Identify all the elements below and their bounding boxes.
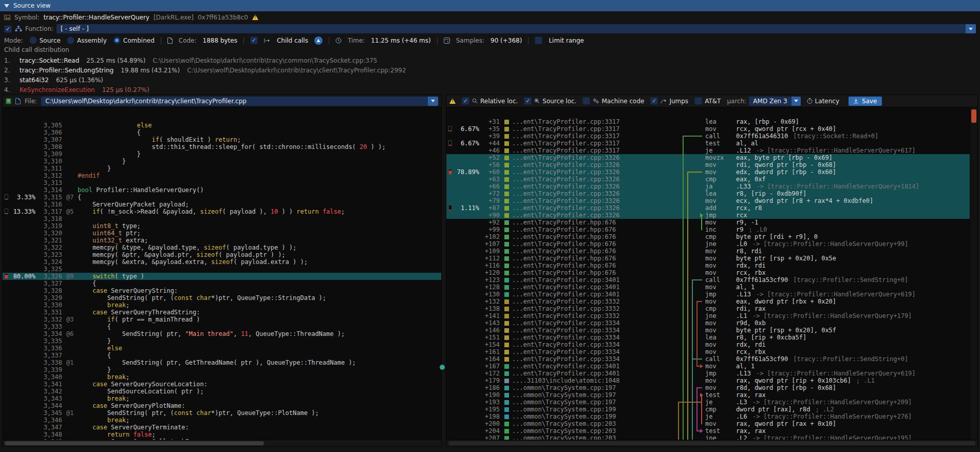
jump-arrow[interactable]: [696, 301, 698, 366]
asm-row[interactable]: +99...ent\TracyProfiler.hpp:676incr9; .L…: [446, 226, 970, 233]
source-line[interactable]: 3,347 case ServerQueryTerminate:: [3, 424, 441, 431]
source-line[interactable]: 3,307 if( shouldExit ) return;: [3, 136, 441, 143]
asm-row[interactable]: +190...ommon\TracySystem.cpp:197testrax,…: [446, 391, 970, 399]
asm-row[interactable]: +130...ent\TracyProfiler.cpp:3401jmp.L13…: [446, 291, 970, 298]
asm-row[interactable]: +138...ent\TracyProfiler.cpp:3332cmprdi,…: [446, 305, 970, 312]
source-line[interactable]: 3,319 uint8_t type;: [3, 222, 441, 230]
source-line[interactable]: 3,348 return false;: [3, 431, 441, 438]
relative-loc-toggle[interactable]: ✓ Relative loc.: [462, 97, 518, 105]
asm-row[interactable]: +193...ommon\TracySystem.cpp:197je.L3-> …: [446, 399, 970, 406]
source-line[interactable]: 3,314bool Profiler::HandleServerQuery(): [3, 186, 441, 194]
source-line[interactable]: 3,330 break;: [3, 302, 441, 309]
asm-row[interactable]: +112...ent\TracyProfiler.hpp:676movbyte …: [446, 255, 970, 262]
asm-row[interactable]: +195...ommon\TracySystem.cpp:199cmpdword…: [446, 406, 970, 413]
source-line[interactable]: 3,332@3 if( ptr == m_mainThread ): [3, 316, 441, 323]
assembly-vscrollbar-thumb[interactable]: [971, 109, 976, 123]
source-line[interactable]: 3,305 else: [3, 122, 441, 129]
source-line[interactable]: 3,324 memcpy( &extra, &payload.extra, si…: [3, 258, 441, 266]
asm-row[interactable]: 78.89%+60...ent\TracyProfiler.cpp:3326mo…: [446, 168, 970, 176]
source-line[interactable]: 3,331 case ServerQueryThreadString:: [3, 309, 441, 316]
asm-row[interactable]: +92...ent\TracyProfiler.hpp:676movr9, -1: [446, 219, 970, 226]
asm-row[interactable]: +66...ent\TracyProfiler.cpp:3326ja.L33->…: [446, 183, 970, 190]
asm-row[interactable]: +52...ent\TracyProfiler.cpp:3326movzxeax…: [446, 154, 970, 161]
asm-row[interactable]: 6.67%+35...ent\TracyProfiler.cpp:3317mov…: [446, 125, 970, 133]
source-line[interactable]: 3.33%3,315@7{: [3, 194, 441, 201]
asm-row[interactable]: +167...ent\TracyProfiler.cpp:3401moval, …: [446, 363, 970, 370]
source-line[interactable]: 3,312#endif: [3, 172, 441, 179]
source-hscrollbar-thumb[interactable]: [5, 441, 264, 445]
chevron-down-icon[interactable]: [791, 97, 801, 106]
source-line[interactable]: 3,311 }: [3, 165, 441, 172]
source-line[interactable]: 3,346 break;: [3, 417, 441, 424]
asm-row[interactable]: +107...ent\TracyProfiler.hpp:676jne.L0->…: [446, 240, 970, 248]
asm-row[interactable]: +132...ent\TracyProfiler.cpp:3332moveax,…: [446, 298, 970, 305]
source-line[interactable]: 3,316 ServerQueryPacket payload;: [3, 201, 441, 208]
asm-row[interactable]: +186...ommon\TracySystem.cpp:197movr8d, …: [446, 384, 970, 391]
mode-option-assembly[interactable]: Assembly: [67, 36, 107, 44]
mode-option-combined[interactable]: Combined: [113, 36, 155, 44]
source-line[interactable]: 3,310 }: [3, 158, 441, 165]
asm-row[interactable]: +164...ent\TracyProfiler.cpp:3334call0x7…: [446, 355, 970, 363]
source-line[interactable]: 3,334@6 SendString( ptr, "Main thread", …: [3, 330, 441, 337]
asm-row[interactable]: +200...ommon\TracySystem.cpp:203movrax, …: [446, 420, 970, 427]
source-line[interactable]: 3,337 {: [3, 352, 441, 359]
source-loc-toggle[interactable]: ✓ Source loc.: [524, 97, 576, 105]
source-line[interactable]: 3,335 }: [3, 337, 441, 345]
function-checkbox[interactable]: ✓: [4, 25, 12, 33]
source-line[interactable]: 3,336 else: [3, 345, 441, 352]
source-line[interactable]: 3,339 }: [3, 366, 441, 373]
source-line[interactable]: 3,329 SendString( ptr, (const char*)ptr,…: [3, 294, 441, 302]
save-button[interactable]: Save: [849, 97, 881, 106]
asm-row[interactable]: +39...ent\TracyProfiler.cpp:3317call0x7f…: [446, 133, 970, 140]
asm-row[interactable]: +143...ent\TracyProfiler.cpp:3334movr9d,…: [446, 319, 970, 327]
child-call-item[interactable]: 3.stat64i32625 μs (1.36%): [4, 75, 976, 85]
jump-arrow[interactable]: [692, 279, 693, 440]
asm-row[interactable]: +161...ent\TracyProfiler.cpp:3334movrcx,…: [446, 348, 970, 355]
source-line[interactable]: 3,325: [3, 266, 441, 273]
asm-row[interactable]: +146...ent\TracyProfiler.cpp:3334movbyte…: [446, 327, 970, 334]
source-line[interactable]: 3,318: [3, 215, 441, 222]
assembly-hscrollbar[interactable]: [446, 440, 977, 446]
assembly-vscrollbar[interactable]: [970, 107, 977, 440]
child-call-item[interactable]: 1.tracy::Socket::Read25.25 ms (54.89%)C:…: [4, 55, 976, 65]
asm-row[interactable]: +56...ent\TracyProfiler.cpp:3326movrdi, …: [446, 161, 970, 168]
jump-arrow[interactable]: [696, 387, 698, 430]
asm-row[interactable]: +90...ent\TracyProfiler.cpp:3326jmprcx: [446, 212, 970, 219]
att-toggle[interactable]: AT&T: [694, 97, 721, 105]
asm-row[interactable]: +123...ent\TracyProfiler.cpp:3401call0x7…: [446, 276, 970, 284]
source-line[interactable]: 13.33%3,317@5 if( !m_sock->Read( &payloa…: [3, 208, 441, 215]
latency-toggle[interactable]: Latency: [807, 98, 839, 105]
asm-row[interactable]: +46...ent\TracyProfiler.cpp:3317je.L12->…: [446, 147, 970, 154]
source-line[interactable]: 3,342 SendSourceLocation( ptr );: [3, 388, 441, 395]
source-line[interactable]: 3,323 memcpy( &ptr, &payload.ptr, sizeof…: [3, 251, 441, 258]
collapse-icon[interactable]: [4, 4, 9, 8]
asm-row[interactable]: +198...ommon\TracySystem.cpp:199je.L6-> …: [446, 413, 970, 420]
child-call-item[interactable]: 2.tracy::Profiler::SendLongString19.88 m…: [4, 65, 976, 75]
asm-row[interactable]: +63...ent\TracyProfiler.cpp:3326cmpeax, …: [446, 176, 970, 183]
limit-range-checkbox[interactable]: [535, 36, 542, 44]
source-line[interactable]: 3,343 break;: [3, 395, 441, 402]
source-line[interactable]: 3,320 uint64_t ptr;: [3, 230, 441, 237]
jump-arrow[interactable]: [701, 394, 702, 423]
source-line[interactable]: 3,322 memcpy( &type, &payload.type, size…: [3, 244, 441, 251]
source-line[interactable]: 3,338@1 SendString( ptr, GetThreadName( …: [3, 359, 441, 366]
source-line[interactable]: 3,306 {: [3, 129, 441, 136]
asm-row[interactable]: +141...ent\TracyProfiler.cpp:3332jne.L1-…: [446, 312, 970, 319]
source-line[interactable]: 80.00%3,326@9 switch( type ): [3, 273, 441, 280]
jump-arrow[interactable]: [687, 172, 688, 440]
source-line[interactable]: 3,309 }: [3, 150, 441, 158]
child-calls-up-button[interactable]: ▲: [314, 36, 323, 45]
source-line[interactable]: 3,308 std::this_thread::sleep_for( std::…: [3, 143, 441, 150]
asm-row[interactable]: +179....31103\include\atomic:1048movrax,…: [446, 377, 970, 384]
asm-row[interactable]: +102...ent\TracyProfiler.hpp:676cmpbyte …: [446, 233, 970, 240]
asm-row[interactable]: +120...ent\TracyProfiler.hpp:676movrcx, …: [446, 269, 970, 276]
source-line[interactable]: 3,340 break;: [3, 373, 441, 381]
jump-arrow[interactable]: [678, 402, 679, 440]
chevron-down-icon[interactable]: [428, 97, 438, 106]
function-combo[interactable]: [ - self - ]: [56, 24, 976, 33]
source-line[interactable]: 3,327 {: [3, 280, 441, 287]
asm-row[interactable]: +109...ent\TracyProfiler.hpp:676movr8, r…: [446, 248, 970, 255]
source-line[interactable]: 3,341 case ServerQuerySourceLocation:: [3, 381, 441, 388]
child-calls-checkbox[interactable]: ✓: [250, 36, 258, 44]
jump-arrow[interactable]: [683, 136, 684, 440]
